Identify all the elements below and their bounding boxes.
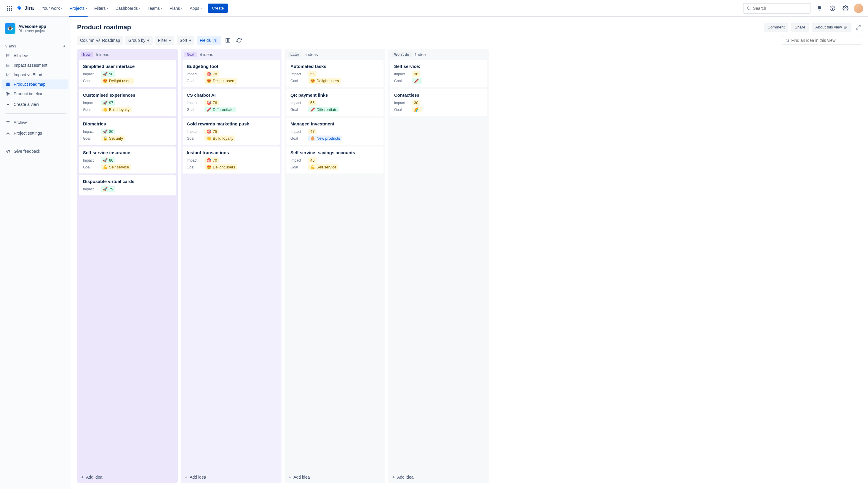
expand-icon[interactable] [855, 23, 862, 31]
column-tag: Next [184, 52, 197, 57]
add-idea-button[interactable]: +Add idea [388, 471, 489, 483]
share-button[interactable]: Share [791, 23, 809, 32]
impact-label: Impact [394, 101, 412, 105]
comment-button[interactable]: Comment [764, 23, 788, 32]
refresh-icon[interactable] [235, 36, 244, 45]
project-name: Awesome app [19, 24, 46, 29]
divider [5, 142, 66, 142]
goal-label: Goal [290, 79, 308, 83]
idea-card[interactable]: Instant transactionsImpact🎯70Goal😍Deligh… [183, 146, 280, 173]
column-next: Next4 ideasBudgeting toolImpact🎯78Goal😍D… [181, 49, 282, 483]
card-title: Disposable virtual cards [83, 179, 172, 184]
add-idea-button[interactable]: +Add idea [77, 471, 178, 483]
nav-label: Your work [41, 6, 60, 11]
plus-icon: + [289, 475, 291, 480]
goal-label: Goal [187, 136, 205, 141]
column-control[interactable]: Column Roadmap [77, 36, 123, 45]
idea-card[interactable]: Self service: savings accountsImpact46Go… [286, 146, 383, 173]
nav-plans[interactable]: Plans▾ [166, 4, 186, 12]
nav-dashboards[interactable]: Dashboards▾ [112, 4, 144, 12]
nav-filters[interactable]: Filters▾ [91, 4, 111, 12]
idea-card[interactable]: QR payment linksImpact55Goal🖍️Differenti… [286, 89, 383, 116]
svg-point-27 [97, 39, 100, 42]
idea-card[interactable]: Budgeting toolImpact🎯78Goal😍Delight user… [183, 60, 280, 87]
find-input[interactable] [791, 38, 859, 43]
jira-logo[interactable]: Jira [16, 5, 34, 11]
idea-card[interactable]: Simplified user interfaceImpact🚀98Goal😍D… [79, 60, 176, 87]
project-settings-link[interactable]: Project settings [2, 128, 68, 138]
create-button[interactable]: Create [208, 4, 228, 13]
give-feedback-link[interactable]: Give feedback [2, 146, 68, 156]
idea-card[interactable]: ContactlessImpact30Goal🌈 [390, 89, 487, 116]
goal-label: Goal [290, 108, 308, 112]
impact-label: Impact [83, 187, 101, 191]
app-switcher-icon[interactable] [5, 4, 14, 13]
jira-icon [16, 5, 23, 11]
view-label: Impact assesment [13, 63, 48, 67]
column-now: Now5 ideasSimplified user interfaceImpac… [77, 49, 178, 483]
goal-icon: 💪 [310, 165, 315, 169]
svg-rect-20 [6, 92, 8, 93]
user-avatar[interactable] [854, 4, 863, 13]
goal-icon: 🖍️ [207, 107, 211, 112]
view-all-ideas[interactable]: All ideas [2, 51, 68, 60]
goal-icon: 😍 [103, 79, 107, 83]
filter-control[interactable]: Filter + [155, 36, 174, 45]
impact-icon: 🎯 [207, 158, 211, 163]
card-title: Biometrics [83, 121, 172, 126]
search-input[interactable] [753, 6, 808, 11]
impact-label: Impact [83, 101, 101, 105]
nav-projects[interactable]: Projects▾ [67, 4, 90, 12]
sort-control[interactable]: Sort + [177, 36, 194, 45]
add-idea-button[interactable]: +Add idea [181, 471, 282, 483]
idea-card[interactable]: Disposable virtual cardsImpact🚀79 [79, 175, 176, 195]
view-impact-vs-effort[interactable]: Impact vs Effort [2, 70, 68, 80]
idea-card[interactable]: BiometricsImpact🚀80Goal🔒Security [79, 118, 176, 145]
timeline-icon [5, 92, 11, 96]
impact-value: 46 [308, 157, 316, 163]
groupby-control[interactable]: Group by + [125, 36, 153, 45]
idea-card[interactable]: Self-service insuranceImpact🚀80Goal💪Self… [79, 146, 176, 173]
goal-label: Goal [187, 165, 205, 169]
card-title: Contactless [394, 92, 483, 97]
add-view-icon[interactable]: + [63, 45, 65, 48]
idea-card[interactable]: Customised experiencesImpact🚀97Goal👋Buil… [79, 89, 176, 116]
view-impact-assesment[interactable]: Impact assesment [2, 60, 68, 70]
goal-label: Goal [394, 79, 412, 83]
about-view-button[interactable]: About this view [812, 23, 851, 32]
add-idea-button[interactable]: +Add idea [284, 471, 385, 483]
fields-control[interactable]: Fields 3 [197, 36, 221, 45]
project-header[interactable]: 👁️ Awesome app Discovery project [2, 21, 68, 36]
impact-icon: 🎯 [207, 129, 211, 134]
idea-card[interactable]: Managed investmentImpact47Goal🥚New produ… [286, 118, 383, 145]
chevron-down-icon: ▾ [181, 6, 183, 10]
global-search[interactable] [743, 3, 811, 13]
idea-card[interactable]: Self service:Impact36Goal🖍️ [390, 60, 487, 87]
add-idea-label: Add idea [293, 475, 310, 480]
notifications-icon[interactable] [815, 4, 824, 13]
nav-your-work[interactable]: Your work▾ [38, 4, 65, 12]
idea-card[interactable]: Automated tasksImpact56Goal😍Delight user… [286, 60, 383, 87]
svg-rect-18 [8, 83, 9, 85]
nav-teams[interactable]: Teams▾ [145, 4, 165, 12]
goal-icon: 👋 [207, 136, 211, 141]
impact-value: 🎯76 [205, 100, 219, 106]
settings-icon[interactable] [841, 4, 850, 13]
goal-value: 🖍️Differentiate [205, 107, 236, 112]
view-product-roadmap[interactable]: Product roadmap [2, 80, 68, 89]
card-title: Self service: [394, 64, 483, 69]
find-idea-search[interactable] [782, 36, 862, 45]
create-view-button[interactable]: + Create a view [2, 99, 68, 109]
archive-link[interactable]: Archive [2, 118, 68, 127]
view-product-timeline[interactable]: Product timeline [2, 89, 68, 98]
impact-value: 🚀98 [101, 71, 115, 77]
idea-card[interactable]: Gold rewards marketing pushImpact🎯75Goal… [183, 118, 280, 145]
impact-value: 🎯70 [205, 157, 219, 163]
nav-apps[interactable]: Apps▾ [187, 4, 205, 12]
chevron-down-icon: ▾ [61, 6, 63, 10]
nav-label: Dashboards [115, 6, 138, 11]
nav-label: Plans [169, 6, 180, 11]
layout-icon[interactable] [223, 36, 232, 45]
idea-card[interactable]: CS chatbot AIImpact🎯76Goal🖍️Differentiat… [183, 89, 280, 116]
help-icon[interactable] [828, 4, 837, 13]
